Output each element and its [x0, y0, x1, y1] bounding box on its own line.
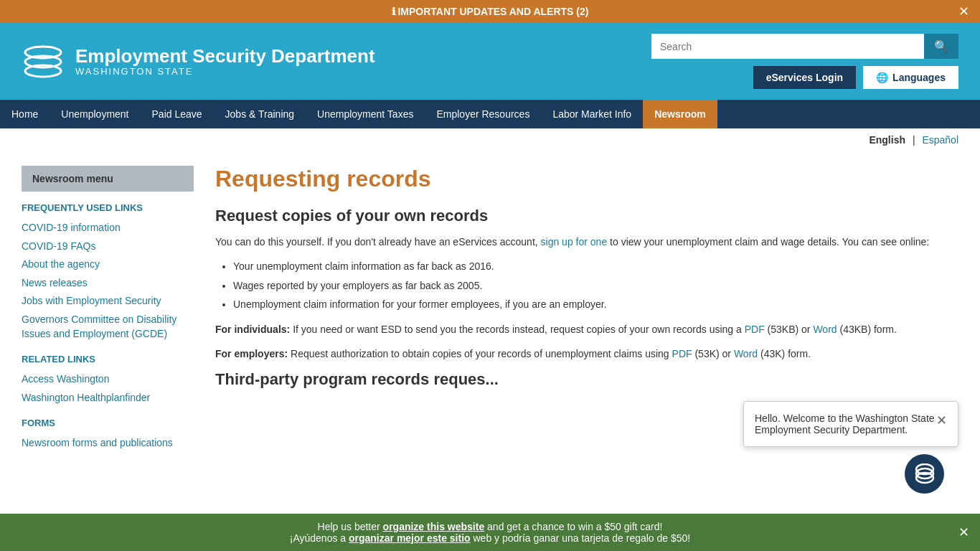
individuals-pdf-link[interactable]: PDF [745, 324, 765, 335]
lang-separator: | [913, 134, 915, 146]
section1-bullets-list: Your unemployment claim information as f… [233, 258, 958, 312]
alert-icon: ℹ [392, 6, 395, 17]
sidebar-menu-title: Newsroom menu [22, 166, 194, 192]
eservices-login-button[interactable]: eServices Login [753, 66, 856, 89]
sidebar-link-covid19-faqs[interactable]: COVID-19 FAQs [22, 237, 194, 256]
nav-unemployment-taxes[interactable]: Unemployment Taxes [306, 100, 425, 128]
individuals-label: For individuals: [215, 324, 290, 335]
sidebar-link-access-washington[interactable]: Access Washington [22, 370, 194, 389]
employers-text: Request authorization to obtain copies o… [291, 348, 669, 359]
employers-label: For employers: [215, 348, 288, 359]
employers-form: form. [788, 348, 811, 359]
languages-button[interactable]: 🌐 Languages [863, 66, 958, 89]
section1-intro-para: You can do this yourself. If you don't a… [215, 234, 958, 250]
employers-pdf-link[interactable]: PDF [672, 348, 692, 359]
sidebar-link-covid19[interactable]: COVID-19 information [22, 219, 194, 237]
sidebar-link-jobs-esd[interactable]: Jobs with Employment Security [22, 292, 194, 311]
chat-icon [914, 463, 936, 467]
sidebar-link-forms[interactable]: Newsroom forms and publications [22, 434, 194, 453]
employers-word-link[interactable]: Word [734, 348, 758, 359]
related-links-section-title: RELATED LINKS [22, 354, 194, 364]
individuals-word-size: (43KB) [840, 324, 872, 335]
nav-home[interactable]: Home [0, 100, 50, 128]
forms-section-title: FORMS [22, 418, 194, 428]
header: Employment Security Department WASHINGTO… [0, 23, 980, 100]
frequently-used-section-title: FREQUENTLY USED LINKS [22, 202, 194, 213]
lang-espanol[interactable]: Español [922, 134, 958, 146]
sidebar-link-about-agency[interactable]: About the agency [22, 255, 194, 274]
section1-rest-text: to view your unemployment claim and wage… [610, 236, 929, 248]
nav-unemployment[interactable]: Unemployment [50, 100, 140, 128]
header-buttons: eServices Login 🌐 Languages [753, 66, 958, 89]
nav-labor-market-info[interactable]: Labor Market Info [541, 100, 643, 128]
list-item: Wages reported by your employers as far … [233, 278, 958, 293]
section2-title: Third-party program records reques... [215, 370, 958, 389]
sidebar: Newsroom menu FREQUENTLY USED LINKS COVI… [22, 166, 194, 453]
employers-word-size: (43K) [760, 348, 785, 359]
employers-para: For employers: Request authorization to … [215, 346, 958, 362]
site-subtitle: WASHINGTON STATE [75, 66, 375, 77]
individuals-word-link[interactable]: Word [813, 324, 837, 335]
nav-paid-leave[interactable]: Paid Leave [141, 100, 214, 128]
chat-popup: ✕ Hello. Welcome to the Washington State… [743, 401, 958, 447]
logo-text: Employment Security Department WASHINGTO… [75, 46, 375, 77]
individuals-pdf-size: (53KB) [768, 324, 799, 335]
search-button[interactable]: 🔍 [924, 34, 958, 59]
list-item: Unemployment claim information for your … [233, 296, 958, 312]
nav-jobs-training[interactable]: Jobs & Training [214, 100, 306, 128]
employers-pdf-size: (53K) [694, 348, 719, 359]
chat-message: Hello. Welcome to the Washington State E… [755, 413, 947, 435]
individuals-para: For individuals: If you need or want ESD… [215, 321, 958, 337]
section1-title: Request copies of your own records [215, 207, 958, 225]
alert-close-button[interactable]: ✕ [958, 4, 969, 19]
site-title: Employment Security Department [75, 46, 375, 67]
sign-up-link[interactable]: sign up for one [541, 236, 608, 248]
nav-newsroom[interactable]: Newsroom [643, 100, 717, 128]
alert-text: IMPORTANT UPDATES AND ALERTS (2) [397, 6, 588, 17]
section1-intro-text: You can do this yourself. If you don't a… [215, 236, 538, 248]
nav-employer-resources[interactable]: Employer Resources [425, 100, 541, 128]
sidebar-link-healthplanfinder[interactable]: Washington Healthplanfinder [22, 389, 194, 408]
logo-icon [22, 44, 65, 80]
globe-icon: 🌐 [876, 72, 888, 83]
individuals-or: or [801, 324, 810, 335]
main-nav: Home Unemployment Paid Leave Jobs & Trai… [0, 100, 980, 128]
svg-point-3 [916, 464, 933, 467]
header-right: 🔍 eServices Login 🌐 Languages [651, 34, 958, 89]
sidebar-link-news-releases[interactable]: News releases [22, 274, 194, 293]
language-bar: English | Español [0, 128, 980, 151]
page-title: Requesting records [215, 166, 958, 192]
search-bar: 🔍 [651, 34, 958, 59]
sidebar-link-gcde[interactable]: Governors Committee on Disability Issues… [22, 311, 194, 343]
chat-close-button[interactable]: ✕ [936, 413, 947, 428]
individuals-form: form. [874, 324, 897, 335]
list-item: Your unemployment claim information as f… [233, 258, 958, 274]
individuals-text: If you need or want ESD to send you the … [293, 324, 742, 335]
lang-english[interactable]: English [869, 134, 905, 146]
employers-or: or [722, 348, 731, 359]
logo-area: Employment Security Department WASHINGTO… [22, 44, 375, 80]
languages-label: Languages [892, 72, 946, 83]
alert-bar: ℹ IMPORTANT UPDATES AND ALERTS (2) ✕ [0, 0, 980, 23]
search-input[interactable] [651, 34, 924, 59]
